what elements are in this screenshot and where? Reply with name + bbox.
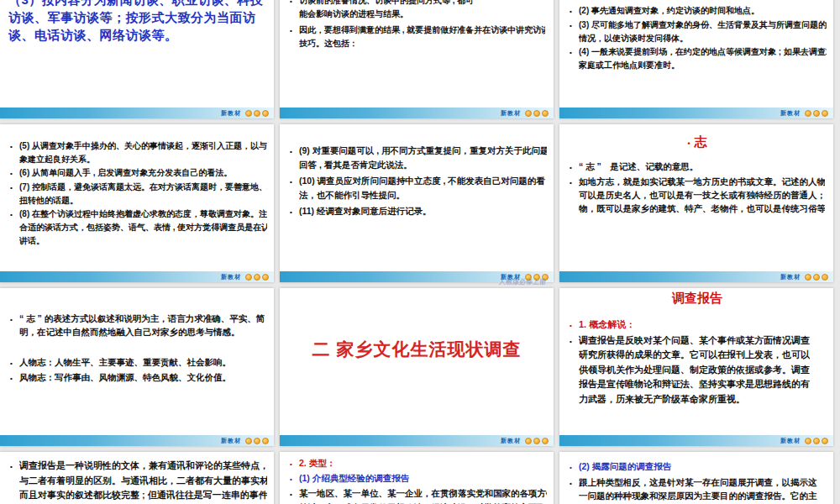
- text-line: 风物志：写作事由、风物渊源、特色风貌、文化价值。: [19, 370, 231, 384]
- slide-footer-bar: 新教材: [559, 108, 833, 118]
- brand-label: 新教材: [221, 109, 241, 118]
- text-line: 某一地区、某一单位、某一企业，在贯彻落实党和国家的各项方针政: [299, 486, 547, 501]
- coin-icon: [254, 110, 260, 117]
- section-heading: 2. 类型：: [299, 456, 335, 470]
- bullet-item: 人物志：人物生平、主要事迹、重要贡献、社会影响。: [10, 355, 267, 370]
- text-line: (11) 经调查对象同意后进行记录。: [299, 204, 432, 218]
- bullet-icon: [570, 459, 579, 475]
- bullet-icon: [570, 18, 579, 33]
- slide-body: (2) 揭露问题的调查报告 跟上种类型相反，这是针对某一存在问题展开调查，以揭示…: [559, 452, 833, 504]
- bullet-item: “ 志 ” 的表述方式以叙述和说明为主，语言力求准确、平实、简 明，在记述中自然…: [10, 312, 267, 339]
- text-line: 明，在记述中自然而然地融入自己对家乡的思考与情感。: [19, 325, 265, 339]
- slide-thumbnail[interactable]: 调查报告是一种说明性的文体，兼有通讯和评论的某些特点，但又 与二者有着明显的区别…: [0, 452, 274, 504]
- edition-watermark: 人教版必修上册: [499, 277, 546, 286]
- text-line: “ 志 ” 是记述、记载的意思。: [579, 160, 698, 173]
- bullet-item: 风物志：写作事由、风物渊源、特色风貌、文化价值。: [10, 370, 267, 386]
- slide-body: (5) 从调查对象手中操办的、关心的事情谈起，逐渐引入正题，以与调查对 象建立起…: [0, 124, 274, 248]
- text-line: 报告是宣传唯物论和辩证法、坚持实事求是思想路线的有: [579, 377, 810, 392]
- text-line: 一问题的种种现象和深层原因为主要目的的调查报告。它的主: [579, 489, 817, 503]
- slide-title: 志: [570, 134, 825, 151]
- slide-thumbnail[interactable]: （3）按内容分为新闻访谈、职业访谈、科技 访谈、军事访谈等；按形式大致分为当面访…: [0, 0, 274, 118]
- coin-icon: [254, 274, 260, 281]
- bullet-item: 2. 类型：: [290, 456, 547, 471]
- bullet-icon: [570, 333, 579, 349]
- text-line: 物，既可以是家乡的建筑、特产、老物件，也可以是传统习俗等。: [579, 202, 825, 215]
- slide-body: 二 家乡文化生活现状调查: [280, 288, 554, 360]
- slide-footer-bar: 新教材: [0, 271, 274, 282]
- text-line: 情况，以使访谈时发问得体。: [579, 32, 827, 45]
- slide-thumbnail[interactable]: 二 家乡文化生活现状调查 新教材: [280, 288, 554, 446]
- coin-icon: [525, 110, 532, 117]
- text-line: 家庭或工作地点则要准时。: [579, 59, 827, 72]
- text-line: 策过程中，或在日常的思想政治、经济建设、科学教育等方面取得了: [299, 501, 547, 504]
- coin-icon: [533, 438, 540, 444]
- slide-thumbnail[interactable]: 访谈前的准备情况、访谈中的提问方式等 , 都可 能会影响访谈的进程与结果。 因此…: [280, 0, 554, 118]
- coin-icon: [542, 110, 549, 117]
- slide-body: (9) 对重要问题可以 , 用不同方式重复提问，重复对方关于此问题的 回答 , …: [280, 124, 554, 220]
- slide-thumbnail[interactable]: (5) 从调查对象手中操办的、关心的事情谈起，逐渐引入正题，以与调查对 象建立起…: [0, 124, 274, 282]
- coin-icon: [245, 110, 252, 117]
- bullet-item: (4) 一般来说要提前到场，在约定的地点等候调查对象 ; 如果去调查对象的 家庭…: [570, 45, 827, 72]
- text-line: (9) 对重要问题可以 , 用不同方式重复提问，重复对方关于此问题的: [299, 144, 547, 158]
- text-line: 供领导机关作为处理问题、制定政策的依据或参考。调查: [579, 363, 810, 378]
- bullet-icon: [687, 134, 690, 151]
- coin-icon: [262, 438, 269, 444]
- slide-body: 2. 类型： (1) 介绍典型经验的调查报告 某一地区、某一单位、某一企业，在贯…: [280, 452, 554, 504]
- brand-label: 新教材: [780, 273, 801, 281]
- text-line: (4) 一般来说要提前到场，在约定的地点等候调查对象 ; 如果去调查对象的: [579, 45, 827, 59]
- slide-thumbnail[interactable]: (2) 事先通知调查对象，约定访谈的时间和地点。 (3) 尽可能多地了解调查对象…: [559, 0, 833, 118]
- text-line: 扭转他的话题。: [19, 194, 267, 207]
- bullet-item: (9) 对重要问题可以 , 用不同方式重复提问，重复对方关于此问题的 回答 , …: [290, 144, 547, 171]
- text-line: 谈、电话访谈、网络访谈等。: [8, 26, 267, 44]
- bullet-item: (2) 揭露问题的调查报告: [570, 459, 827, 475]
- coin-icon: [805, 274, 811, 281]
- bullet-icon: [570, 4, 579, 18]
- slide-body: （3）按内容分为新闻访谈、职业访谈、科技 访谈、军事访谈等；按形式大致分为当面访…: [0, 0, 274, 44]
- coin-icon: [805, 438, 811, 444]
- bullet-item: (6) 从简单问题入手 , 启发调查对象充分发表自己的看法。: [10, 166, 267, 181]
- coin-icon: [822, 438, 828, 444]
- bullet-icon: [290, 24, 299, 38]
- slide-thumbnail[interactable]: (2) 揭露问题的调查报告 跟上种类型相反，这是针对某一存在问题展开调查，以揭示…: [559, 452, 833, 504]
- text-line: (6) 从简单问题入手 , 启发调查对象充分发表自己的看法。: [19, 166, 232, 180]
- bullet-icon: [290, 204, 299, 220]
- slide-thumbnail[interactable]: 2. 类型： (1) 介绍典型经验的调查报告 某一地区、某一单位、某一企业，在贯…: [280, 452, 554, 504]
- bullet-icon: [10, 181, 19, 195]
- bullet-icon: [10, 459, 19, 475]
- bullet-icon: [290, 456, 299, 471]
- bullet-item: (7) 控制话题，避免谈话离题太远。在对方谈话离题时，要善意地、巧妙地 扭转他的…: [10, 181, 267, 207]
- text-line: （3）按内容分为新闻访谈、职业访谈、科技: [8, 0, 267, 8]
- text-line: 调查报告是一种说明性的文体，兼有通讯和评论的某些特点，但又: [19, 459, 267, 474]
- bullet-item: 某一地区、某一单位、某一企业，在贯彻落实党和国家的各项方针政 策过程中，或在日常…: [290, 486, 547, 504]
- bullet-item: 调查报告是一种说明性的文体，兼有通讯和评论的某些特点，但又 与二者有着明显的区别…: [10, 459, 267, 504]
- slide-thumbnail[interactable]: (9) 对重要问题可以 , 用不同方式重复提问，重复对方关于此问题的 回答 , …: [280, 124, 554, 282]
- slide-footer-bar: 新教材: [0, 435, 274, 446]
- bullet-icon: [290, 144, 299, 160]
- text-line: 法，也不能作引导性提问。: [299, 188, 545, 202]
- bullet-icon: [570, 318, 579, 333]
- slide-footer-bar: 新教材: [280, 435, 554, 446]
- coin-icon: [245, 438, 252, 444]
- bullet-icon: [290, 174, 299, 190]
- bullet-item: 1. 概念解说：: [570, 318, 825, 333]
- text-line: (7) 控制话题，避免谈话离题太远。在对方谈话离题时，要善意地、巧妙地: [19, 181, 267, 194]
- coin-icon: [542, 438, 549, 444]
- bullet-icon: [10, 312, 19, 327]
- section-heading: 1. 概念解说：: [579, 318, 635, 333]
- bullet-item: 调查报告是反映对某个问题、某个事件或某方面情况调查 研究所获得的成果的文章。它可…: [570, 333, 825, 407]
- text-line: 力武器，历来被无产阶级革命家所重视。: [579, 392, 810, 407]
- text-line: 如地方志，就是如实记载某一地方历史的书或文章。记述的人物，既: [579, 175, 825, 188]
- bullet-item: (3) 尽可能多地了解调查对象的身份、生活背景及其与所调查问题的关系等 情况，以…: [570, 18, 827, 45]
- bullet-icon: [10, 355, 19, 370]
- slide-thumbnail[interactable]: 调查报告 1. 概念解说： 调查报告是反映对某个问题、某个事件或某方面情况调查 …: [559, 288, 833, 446]
- bullet-item: (1) 介绍典型经验的调查报告: [290, 471, 547, 486]
- bullet-item: “ 志 ” 是记述、记载的意思。: [570, 160, 825, 175]
- slide-thumbnail[interactable]: “ 志 ” 的表述方式以叙述和说明为主，语言力求准确、平实、简 明，在记述中自然…: [0, 288, 274, 446]
- bullet-item: 跟上种类型相反，这是针对某一存在问题展开调查，以揭示这 一问题的种种现象和深层原…: [570, 475, 827, 504]
- slide-body: (2) 事先通知调查对象，约定访谈的时间和地点。 (3) 尽可能多地了解调查对象…: [559, 0, 833, 72]
- bullet-item: (8) 在整个访谈过程中始终抱着虚心求教的态度，尊敬调查对象。注意使用 合适的谈…: [10, 207, 267, 248]
- slide-thumbnail[interactable]: 志 “ 志 ” 是记述、记载的意思。 如地方志，就是如实记载某一地方历史的书或文…: [559, 124, 833, 282]
- section-subheading: (2) 揭露问题的调查报告: [579, 459, 671, 474]
- text-line: 讲话。: [19, 234, 267, 248]
- text-line: “ 志 ” 的表述方式以叙述和说明为主，语言力求准确、平实、简: [19, 312, 265, 325]
